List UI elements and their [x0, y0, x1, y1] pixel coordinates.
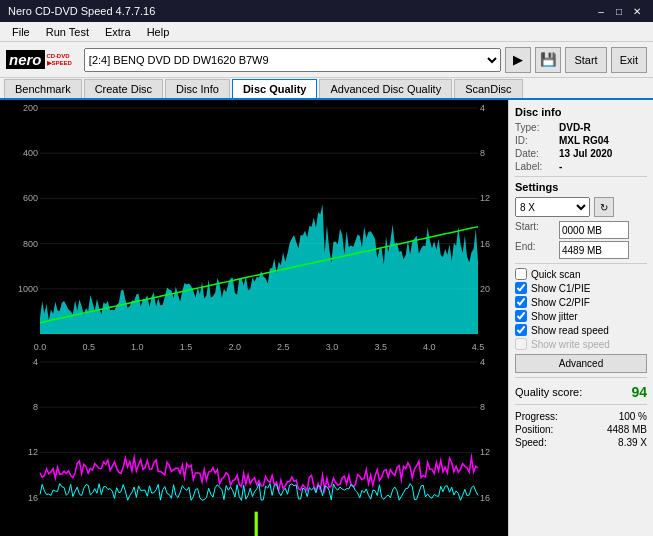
show-jitter-checkbox[interactable]: [515, 310, 527, 322]
quick-scan-row: Quick scan: [515, 268, 647, 280]
eject-button[interactable]: ▶: [505, 47, 531, 73]
progress-label: Progress:: [515, 411, 558, 422]
disc-info-title: Disc info: [515, 106, 647, 118]
id-label: ID:: [515, 135, 555, 146]
divider3: [515, 377, 647, 378]
maximize-button[interactable]: □: [611, 3, 627, 19]
divider1: [515, 176, 647, 177]
quality-score-label: Quality score:: [515, 386, 582, 398]
date-row: Date: 13 Jul 2020: [515, 148, 647, 159]
type-row: Type: DVD-R: [515, 122, 647, 133]
quality-score-value: 94: [631, 384, 647, 400]
menu-run-test[interactable]: Run Test: [38, 24, 97, 40]
tab-advanced-disc-quality[interactable]: Advanced Disc Quality: [319, 79, 452, 98]
quick-scan-checkbox[interactable]: [515, 268, 527, 280]
menu-extra[interactable]: Extra: [97, 24, 139, 40]
id-value: MXL RG04: [559, 135, 609, 146]
logo-cdspeed: CD·DVD ▶SPEED: [47, 53, 72, 66]
divider4: [515, 404, 647, 405]
chart-area: PI Errors Average: 91.35 Maximum: 688 To…: [0, 100, 508, 536]
titlebar-title: Nero CD-DVD Speed 4.7.7.16: [8, 5, 155, 17]
speed-label: Speed:: [515, 437, 547, 448]
bottom-chart: [0, 354, 508, 536]
drive-select[interactable]: [2:4] BENQ DVD DD DW1620 B7W9: [84, 48, 502, 72]
id-row: ID: MXL RG04: [515, 135, 647, 146]
show-write-speed-label: Show write speed: [531, 339, 610, 350]
start-input[interactable]: 0000 MB: [559, 221, 629, 239]
show-c1pie-row: Show C1/PIE: [515, 282, 647, 294]
show-c2pif-row: Show C2/PIF: [515, 296, 647, 308]
label-value: -: [559, 161, 562, 172]
logo: nero CD·DVD ▶SPEED: [6, 50, 72, 69]
show-read-speed-checkbox[interactable]: [515, 324, 527, 336]
show-c1pie-label: Show C1/PIE: [531, 283, 590, 294]
progress-value: 100 %: [619, 411, 647, 422]
show-write-speed-checkbox: [515, 338, 527, 350]
speed-row: 8 X 1 X 2 X 4 X Max ↻: [515, 197, 647, 217]
type-label: Type:: [515, 122, 555, 133]
main-content: PI Errors Average: 91.35 Maximum: 688 To…: [0, 100, 653, 536]
show-jitter-row: Show jitter: [515, 310, 647, 322]
show-read-speed-row: Show read speed: [515, 324, 647, 336]
position-value: 4488 MB: [607, 424, 647, 435]
logo-nero: nero: [6, 50, 45, 69]
tab-disc-quality[interactable]: Disc Quality: [232, 79, 318, 98]
menu-help[interactable]: Help: [139, 24, 178, 40]
show-write-speed-row: Show write speed: [515, 338, 647, 350]
start-label: Start:: [515, 221, 555, 239]
start-button[interactable]: Start: [565, 47, 606, 73]
type-value: DVD-R: [559, 122, 591, 133]
menubar: File Run Test Extra Help: [0, 22, 653, 42]
save-button[interactable]: 💾: [535, 47, 561, 73]
charts-container: [0, 100, 508, 536]
exit-button[interactable]: Exit: [611, 47, 647, 73]
date-value: 13 Jul 2020: [559, 148, 612, 159]
quality-score-row: Quality score: 94: [515, 384, 647, 400]
toolbar: nero CD·DVD ▶SPEED [2:4] BENQ DVD DD DW1…: [0, 42, 653, 78]
tab-disc-info[interactable]: Disc Info: [165, 79, 230, 98]
minimize-button[interactable]: –: [593, 3, 609, 19]
position-label: Position:: [515, 424, 553, 435]
show-jitter-label: Show jitter: [531, 311, 578, 322]
divider2: [515, 263, 647, 264]
settings-title: Settings: [515, 181, 647, 193]
quick-scan-label: Quick scan: [531, 269, 580, 280]
tab-create-disc[interactable]: Create Disc: [84, 79, 163, 98]
show-c2pif-checkbox[interactable]: [515, 296, 527, 308]
speed-value: 8.39 X: [618, 437, 647, 448]
tabbar: Benchmark Create Disc Disc Info Disc Qua…: [0, 78, 653, 100]
tab-benchmark[interactable]: Benchmark: [4, 79, 82, 98]
label-row: Label: -: [515, 161, 647, 172]
menu-file[interactable]: File: [4, 24, 38, 40]
right-panel: Disc info Type: DVD-R ID: MXL RG04 Date:…: [508, 100, 653, 536]
start-row: Start: 0000 MB: [515, 221, 647, 239]
top-chart: [0, 100, 508, 354]
close-button[interactable]: ✕: [629, 3, 645, 19]
show-read-speed-label: Show read speed: [531, 325, 609, 336]
titlebar: Nero CD-DVD Speed 4.7.7.16 – □ ✕: [0, 0, 653, 22]
refresh-button[interactable]: ↻: [594, 197, 614, 217]
date-label: Date:: [515, 148, 555, 159]
advanced-button[interactable]: Advanced: [515, 354, 647, 373]
end-input[interactable]: 4489 MB: [559, 241, 629, 259]
show-c1pie-checkbox[interactable]: [515, 282, 527, 294]
end-label: End:: [515, 241, 555, 259]
end-row: End: 4489 MB: [515, 241, 647, 259]
tab-scandisc[interactable]: ScanDisc: [454, 79, 522, 98]
show-c2pif-label: Show C2/PIF: [531, 297, 590, 308]
speed-select[interactable]: 8 X 1 X 2 X 4 X Max: [515, 197, 590, 217]
titlebar-controls: – □ ✕: [593, 3, 645, 19]
label-label: Label:: [515, 161, 555, 172]
progress-section: Progress: 100 % Position: 4488 MB Speed:…: [515, 411, 647, 448]
